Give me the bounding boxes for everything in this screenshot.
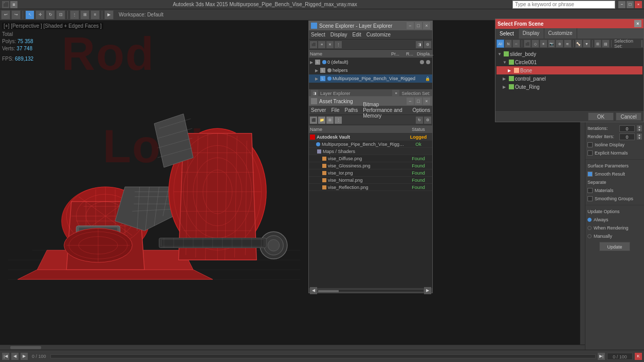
at-tb-icon-3[interactable]: ⊞ xyxy=(326,117,334,124)
sftp-ok-button[interactable]: OK xyxy=(588,112,614,121)
se-menu-display[interactable]: Display xyxy=(329,32,348,37)
asset-row-ior[interactable]: vise_Ior.png Found xyxy=(309,169,432,177)
ts-iter-value[interactable]: 0 xyxy=(619,125,635,132)
minimize-button[interactable]: − xyxy=(618,1,625,8)
sftp-tb-none[interactable]: N xyxy=(505,40,512,48)
tree-row-0-default[interactable]: ▶ L 0 (default) xyxy=(309,58,432,66)
asset-row-vault[interactable]: Autodesk Vault Logged xyxy=(309,134,432,141)
sftp-tb-helpers[interactable]: ⊕ xyxy=(556,40,563,48)
sftp-row-bone[interactable]: ▶ Bone xyxy=(496,66,642,74)
scene-explorer-minimize[interactable]: − xyxy=(407,22,414,29)
sftp-tab-select[interactable]: Select xyxy=(495,28,519,39)
scene-explorer-close[interactable]: × xyxy=(423,22,430,29)
app-icon[interactable]: ⬛ xyxy=(2,1,9,8)
hscroll-right[interactable]: ▶ xyxy=(424,287,431,294)
ts-sg-checkbox[interactable] xyxy=(587,196,593,201)
at-menu-server[interactable]: Server xyxy=(310,107,327,113)
playback-start-button[interactable]: |◀ xyxy=(2,353,9,360)
ts-ri-down[interactable]: ▼ xyxy=(637,137,642,140)
ts-manual-radio[interactable] xyxy=(587,234,592,238)
sftp-row-circle001[interactable]: ▼ Circle001 xyxy=(496,58,642,66)
select-button[interactable]: ↖ xyxy=(25,10,34,20)
ts-mat-checkbox[interactable] xyxy=(587,188,593,193)
ts-ri-value[interactable]: 0 xyxy=(619,134,635,140)
se-tb-icon-1[interactable]: ⬛ xyxy=(310,41,317,48)
move-button[interactable]: ✛ xyxy=(35,10,45,20)
sftp-tb-filter2[interactable]: ▤ xyxy=(602,40,610,48)
time-input[interactable]: 0 / 100 xyxy=(607,353,633,360)
hscroll-track[interactable] xyxy=(317,289,424,292)
redo-button[interactable]: ↪ xyxy=(11,10,21,20)
at-close[interactable]: × xyxy=(423,98,430,105)
at-menu-file[interactable]: File xyxy=(330,107,340,113)
menu-icon-1[interactable]: ≡ xyxy=(10,1,17,8)
at-tb-icon-2[interactable]: 📁 xyxy=(318,117,325,124)
playback-prev-button[interactable]: ◀ xyxy=(11,353,19,360)
keyframe-button[interactable]: K xyxy=(635,353,642,360)
at-menu-bitmap[interactable]: Bitmap Performance and Memory xyxy=(362,102,408,119)
asset-row-file[interactable]: Multipurpose_Pipe_Bench_Vise_Rigged_max_… xyxy=(309,141,432,148)
rotate-button[interactable]: ↻ xyxy=(46,10,55,20)
maximize-button[interactable]: □ xyxy=(627,1,634,8)
ts-render-radio[interactable] xyxy=(587,226,592,230)
ts-always-radio[interactable] xyxy=(587,218,592,222)
asset-row-reflection[interactable]: vise_Reflection.png Found xyxy=(309,184,432,191)
sftp-tb-geo[interactable]: ⬛ xyxy=(524,40,531,48)
hscroll-left[interactable]: ◀ xyxy=(310,287,317,294)
at-tb-icon-1[interactable]: ⬛ xyxy=(310,117,317,124)
tree-row-helpers[interactable]: ▶ L helpers xyxy=(309,66,432,74)
ts-explicit-checkbox[interactable] xyxy=(587,150,593,156)
asset-hscrollbar[interactable]: ◀ ▶ xyxy=(309,288,432,293)
sftp-selection-input[interactable] xyxy=(641,40,642,47)
scene-explorer-restore[interactable]: □ xyxy=(415,22,422,29)
at-tb-icon-4[interactable]: ⋮ xyxy=(335,117,342,124)
se-tb-icon-4[interactable]: ⋮ xyxy=(335,41,342,48)
viewport-hscrollbar[interactable] xyxy=(0,345,585,350)
tree-row-multipurpose[interactable]: ▶ L Multipurpose_Pipe_Bench_Vise_Rigged … xyxy=(309,74,432,83)
ts-isoline-checkbox[interactable] xyxy=(587,142,593,147)
se-menu-select[interactable]: Select xyxy=(310,32,326,37)
sftp-row-slider[interactable]: ▼ slider_body xyxy=(496,50,642,58)
asset-row-glossiness[interactable]: vise_Glossiness.png Found xyxy=(309,162,432,169)
sftp-tb-cameras[interactable]: 📷 xyxy=(548,40,556,48)
render-button[interactable]: ▶ xyxy=(104,10,114,20)
asset-row-diffuse[interactable]: vise_Diffuse.png Found xyxy=(309,155,432,162)
align-button[interactable]: ≡ xyxy=(90,10,100,20)
ts-smooth-checkbox[interactable] xyxy=(587,172,593,177)
sftp-close-button[interactable]: × xyxy=(634,20,641,27)
close-button[interactable]: × xyxy=(635,1,642,8)
sftp-row-oute-ring[interactable]: ▶ Oute_Ring xyxy=(496,83,642,91)
undo-button[interactable]: ↩ xyxy=(1,10,10,20)
se-menu-edit[interactable]: Edit xyxy=(352,32,362,37)
se-tb-layers[interactable]: ◨ xyxy=(416,41,423,48)
at-menu-options[interactable]: Options xyxy=(412,107,431,113)
ts-iter-down[interactable]: ▼ xyxy=(637,128,642,131)
sftp-tb-bones[interactable]: 🦴 xyxy=(575,40,583,48)
at-settings[interactable]: ⚙ xyxy=(424,117,431,124)
sftp-cancel-button[interactable]: Cancel xyxy=(616,112,641,121)
at-refresh[interactable]: ↻ xyxy=(416,117,423,124)
se-tb-icon-2[interactable]: ≡ xyxy=(318,41,325,48)
sftp-tb-all[interactable]: All xyxy=(496,40,504,48)
playback-end-button[interactable]: ▶| xyxy=(598,353,605,360)
at-restore[interactable]: □ xyxy=(415,98,422,105)
sftp-tb-shapes[interactable]: ◇ xyxy=(531,40,539,48)
se-menu-customize[interactable]: Customize xyxy=(365,32,392,37)
timeline-slider[interactable] xyxy=(50,354,596,358)
se-tb-icon-3[interactable]: ✕ xyxy=(326,41,334,48)
sftp-tab-customize[interactable]: Customize xyxy=(544,28,577,39)
sftp-tb-invert[interactable]: ↔ xyxy=(512,40,520,48)
snaps-button[interactable]: ⋮ xyxy=(70,10,79,20)
at-menu-paths[interactable]: Paths xyxy=(344,107,359,113)
ts-update-button[interactable]: Update xyxy=(599,242,630,251)
sftp-tb-space-warps[interactable]: ≋ xyxy=(564,40,572,48)
sftp-tab-display[interactable]: Display xyxy=(519,28,544,39)
mirror-button[interactable]: ⊞ xyxy=(80,10,89,20)
sftp-tb-more[interactable]: ▼ xyxy=(583,40,591,48)
asset-row-maps[interactable]: Maps / Shaders xyxy=(309,148,432,155)
sftp-tb-lights[interactable]: ☀ xyxy=(540,40,547,48)
asset-row-normal[interactable]: vise_Normal.png Found xyxy=(309,177,432,184)
scale-button[interactable]: ⊡ xyxy=(56,10,65,20)
sftp-tb-filter1[interactable]: ⊞ xyxy=(594,40,602,48)
se-tb-settings[interactable]: ⚙ xyxy=(424,41,431,48)
